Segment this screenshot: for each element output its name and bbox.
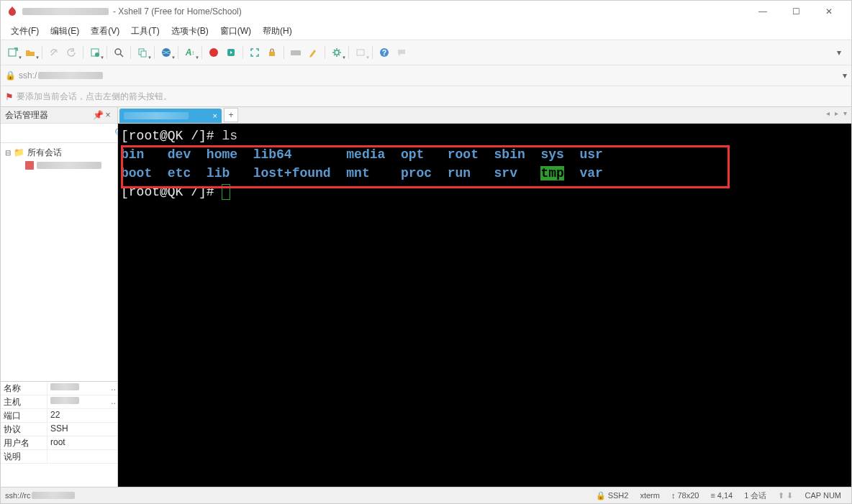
svg-point-7 bbox=[162, 48, 171, 57]
command: ls bbox=[222, 129, 237, 143]
status-size: ↕ 78x20 bbox=[671, 491, 699, 500]
record-icon[interactable] bbox=[206, 45, 222, 60]
svg-point-3 bbox=[95, 52, 99, 57]
sidebar-search-input[interactable] bbox=[4, 127, 114, 139]
properties-icon[interactable]: ▼ bbox=[87, 45, 103, 60]
prop-row: 说明 bbox=[1, 450, 117, 464]
folder-icon: 📁 bbox=[14, 147, 24, 157]
menu-window[interactable]: 窗口(W) bbox=[214, 24, 257, 39]
address-dropdown-icon[interactable]: ▾ bbox=[843, 70, 847, 81]
sidebar: 会话管理器 📌 × 🔍 ⊟ 📁 所有会话 bbox=[1, 107, 118, 487]
cursor bbox=[222, 184, 230, 200]
hint-text: 要添加当前会话，点击左侧的箭头按钮。 bbox=[17, 91, 172, 103]
chat-icon[interactable] bbox=[394, 45, 409, 60]
status-updown-icon[interactable]: ⬆ ⬇ bbox=[778, 491, 793, 500]
menu-view[interactable]: 查看(V) bbox=[85, 24, 125, 39]
prop-more-icon[interactable]: .. bbox=[111, 382, 116, 393]
copy-icon[interactable]: ▼ bbox=[135, 45, 150, 60]
xftp-icon[interactable]: ▼ bbox=[353, 45, 368, 60]
app-window: - Xshell 7 (Free for Home/School) — ☐ ✕ … bbox=[0, 0, 852, 504]
status-term: xterm bbox=[640, 491, 660, 500]
titlebar: - Xshell 7 (Free for Home/School) — ☐ ✕ bbox=[1, 1, 851, 22]
ls-output-row2: boot etc lib lost+found mnt proc run srv… bbox=[121, 164, 848, 183]
toolbar: +▼ ▼ ▼ ▼ ▼ A↕▼ ▼ ▼ ? ▾ bbox=[1, 40, 851, 65]
tree-collapse-icon[interactable]: ⊟ bbox=[5, 149, 14, 157]
status-pos: ≡ 4,14 bbox=[710, 491, 733, 500]
minimize-button[interactable]: — bbox=[746, 1, 779, 22]
status-redacted bbox=[32, 492, 75, 499]
sidebar-header: 会话管理器 📌 × bbox=[1, 107, 117, 124]
pin-icon[interactable]: 📌 bbox=[93, 110, 103, 120]
toolbar-overflow-icon[interactable]: ▾ bbox=[831, 45, 847, 60]
svg-point-8 bbox=[209, 48, 218, 57]
prompt: [root@QK /]# bbox=[121, 129, 222, 143]
font-icon[interactable]: A↕▼ bbox=[182, 45, 198, 60]
add-tab-button[interactable]: + bbox=[224, 108, 238, 122]
svg-rect-11 bbox=[291, 50, 301, 55]
prop-desc bbox=[47, 450, 117, 463]
properties-panel: 名称.. 主机.. 端口22 协议SSH 用户名root 说明 bbox=[1, 381, 117, 487]
prop-row: 协议SSH bbox=[1, 423, 117, 436]
svg-point-4 bbox=[115, 49, 121, 55]
tab-nav-icons[interactable]: ◂ ▸ ▾ bbox=[826, 109, 848, 117]
tree-root-label: 所有会话 bbox=[27, 147, 62, 159]
status-ssh: 🔒SSH2 bbox=[596, 491, 629, 500]
body: 会话管理器 📌 × 🔍 ⊟ 📁 所有会话 bbox=[1, 107, 851, 487]
session-tree[interactable]: ⊟ 📁 所有会话 bbox=[1, 143, 117, 381]
menu-tabs[interactable]: 选项卡(B) bbox=[166, 24, 214, 39]
keyboard-icon[interactable] bbox=[288, 45, 304, 60]
title-suffix: - Xshell 7 (Free for Home/School) bbox=[113, 6, 242, 17]
menu-help[interactable]: 帮助(H) bbox=[257, 24, 298, 39]
flag-icon: ⚑ bbox=[5, 91, 14, 102]
new-session-icon[interactable]: +▼ bbox=[5, 45, 21, 60]
app-icon bbox=[6, 6, 18, 17]
highlight-icon[interactable] bbox=[305, 45, 321, 60]
svg-rect-13 bbox=[357, 50, 364, 55]
svg-text:?: ? bbox=[382, 49, 386, 57]
prop-row: 主机.. bbox=[1, 395, 117, 409]
tab-title-redacted bbox=[124, 112, 189, 119]
hint-bar: ⚑ 要添加当前会话，点击左侧的箭头按钮。 bbox=[1, 86, 851, 107]
menu-file[interactable]: 文件(F) bbox=[5, 24, 45, 39]
menu-edit[interactable]: 编辑(E) bbox=[45, 24, 85, 39]
tree-item[interactable] bbox=[2, 159, 116, 172]
reconnect-icon[interactable] bbox=[63, 45, 79, 60]
address-text: ssh:/ bbox=[19, 70, 37, 81]
sidebar-close-icon[interactable]: × bbox=[103, 110, 113, 120]
tabstrip: × + ◂ ▸ ▾ bbox=[118, 107, 851, 124]
prop-more-icon[interactable]: .. bbox=[111, 396, 116, 406]
lock-icon[interactable] bbox=[264, 45, 280, 60]
fullscreen-icon[interactable] bbox=[247, 45, 263, 60]
svg-rect-6 bbox=[141, 51, 146, 57]
sidebar-search[interactable]: 🔍 bbox=[1, 124, 117, 143]
prop-row: 用户名root bbox=[1, 436, 117, 450]
prompt2: [root@QK /]# bbox=[121, 185, 222, 199]
tab-close-icon[interactable]: × bbox=[209, 111, 217, 120]
svg-text:+: + bbox=[15, 47, 18, 52]
help-icon[interactable]: ? bbox=[376, 45, 392, 60]
terminal[interactable]: [root@QK /]# ls bin dev home lib64 media… bbox=[118, 124, 851, 487]
search-icon[interactable] bbox=[111, 45, 127, 60]
prop-row: 名称.. bbox=[1, 382, 117, 395]
statusbar: ssh://rc 🔒SSH2 xterm ↕ 78x20 ≡ 4,14 1 会话… bbox=[1, 487, 851, 503]
maximize-button[interactable]: ☐ bbox=[779, 1, 812, 22]
address-redacted bbox=[38, 72, 103, 79]
close-button[interactable]: ✕ bbox=[812, 1, 846, 22]
prop-port: 22 bbox=[47, 409, 117, 422]
address-bar[interactable]: 🔒 ssh:/ ▾ bbox=[1, 65, 851, 86]
menu-tools[interactable]: 工具(T) bbox=[125, 24, 165, 39]
sidebar-title: 会话管理器 bbox=[5, 109, 48, 122]
ls-output-row1: bin dev home lib64 media opt root sbin s… bbox=[121, 145, 848, 164]
tree-root[interactable]: ⊟ 📁 所有会话 bbox=[2, 146, 116, 159]
prop-row: 端口22 bbox=[1, 409, 117, 423]
prop-protocol: SSH bbox=[47, 423, 117, 436]
status-caps: CAP NUM bbox=[805, 491, 841, 500]
open-session-icon[interactable]: ▼ bbox=[22, 45, 38, 60]
title-redacted bbox=[22, 8, 109, 15]
disconnect-icon[interactable] bbox=[46, 45, 62, 60]
play-icon[interactable] bbox=[223, 45, 239, 60]
address-lock-icon: 🔒 bbox=[5, 70, 16, 81]
globe-icon[interactable]: ▼ bbox=[158, 45, 174, 60]
gear-icon[interactable]: ▼ bbox=[329, 45, 345, 60]
session-tab[interactable]: × bbox=[119, 109, 222, 123]
